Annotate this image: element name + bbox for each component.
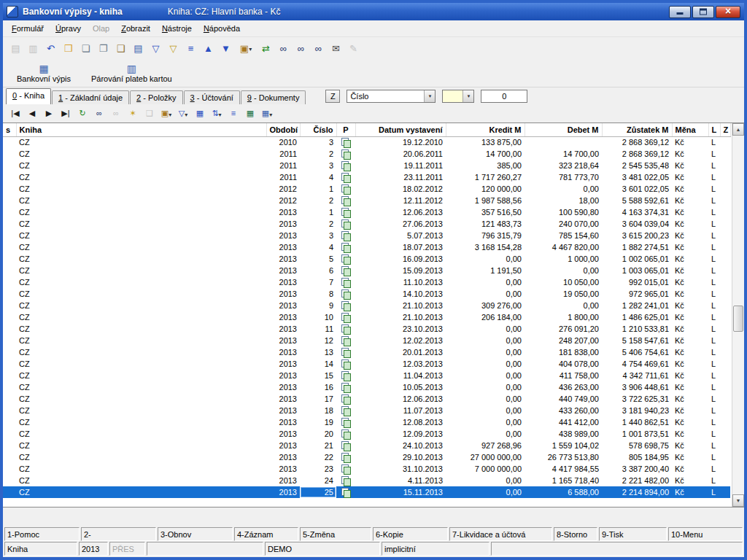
cell-s[interactable] [3,463,16,475]
cell-s[interactable] [3,405,16,416]
prev-record-button[interactable]: ◀ [24,106,40,121]
cell-l[interactable]: L [708,463,720,475]
cell-z[interactable] [720,253,730,265]
cell-p[interactable] [336,265,355,276]
tab-uctovani[interactable]: 3 - Účtování [184,90,240,104]
cell-debet[interactable]: 18,00 [525,195,602,206]
cell-kniha[interactable]: CZ [16,241,266,253]
cell-z[interactable] [720,230,730,241]
cell-kniha[interactable]: CZ [16,451,266,463]
cell-kredit[interactable]: 206 184,00 [446,311,525,323]
cell-mena[interactable]: Kč [672,218,708,230]
cell-cislo[interactable]: 18 [300,405,336,416]
cell-kniha[interactable]: CZ [16,475,266,486]
column-header-l[interactable]: L [708,123,720,136]
copy-button[interactable]: ❐ [95,40,112,56]
cell-datum[interactable]: 12.08.2013 [355,416,446,428]
cell-l[interactable]: L [708,370,720,381]
cell-s[interactable] [3,265,16,276]
cell-l[interactable]: L [708,440,720,451]
cell-l[interactable]: L [708,393,720,405]
cell-mena[interactable]: Kč [672,451,708,463]
cell-cislo[interactable]: 23 [300,463,336,475]
cell-debet[interactable]: 0,00 [525,183,602,195]
cell-cislo[interactable]: 2 [300,195,336,206]
cell-kniha[interactable]: CZ [16,183,266,195]
cell-kredit[interactable]: 0,00 [446,405,525,416]
cell-debet[interactable]: 6 588,00 [525,486,602,498]
cell-p[interactable] [336,405,355,416]
cell-debet[interactable]: 181 838,00 [525,346,602,358]
cell-datum[interactable]: 12.11.2012 [355,195,446,206]
cell-z[interactable] [720,370,730,381]
cell-mena[interactable]: Kč [672,148,708,160]
cell-zustatek[interactable]: 2 221 482,00 [602,475,672,486]
cell-kniha[interactable]: CZ [16,370,266,381]
cell-s[interactable] [3,416,16,428]
cell-mena[interactable]: Kč [672,183,708,195]
tab-kniha[interactable]: 0 - Kniha [6,88,51,104]
cell-mena[interactable]: Kč [672,311,708,323]
cell-debet[interactable]: 100 590,80 [525,206,602,218]
cell-p[interactable] [336,230,355,241]
cell-obdobi[interactable]: 2013 [266,440,300,451]
new-document-button[interactable]: ❏ [77,40,94,56]
find-button[interactable]: ∞ [275,40,292,56]
cell-zustatek[interactable]: 2 868 369,12 [602,136,672,148]
cell-cislo[interactable]: 8 [300,288,336,300]
table-row[interactable]: CZ2013516.09.20130,001 000,001 002 065,0… [3,253,730,265]
cell-p[interactable] [336,393,355,405]
cell-p[interactable] [336,300,355,311]
table-row[interactable]: CZ20131610.05.20130,00436 263,003 906 44… [3,381,730,393]
cell-s[interactable] [3,393,16,405]
cell-cislo[interactable]: 13 [300,346,336,358]
cell-datum[interactable]: 14.10.2013 [355,288,446,300]
cell-mena[interactable]: Kč [672,346,708,358]
cell-debet[interactable]: 240 070,00 [525,218,602,230]
cell-cislo[interactable]: 4 [300,171,336,183]
cell-p[interactable] [336,311,355,323]
table-row[interactable]: CZ2013112.06.2013357 516,50100 590,804 1… [3,206,730,218]
cell-obdobi[interactable]: 2013 [266,300,300,311]
cell-datum[interactable]: 29.10.2013 [355,451,446,463]
cell-z[interactable] [720,405,730,416]
cell-l[interactable]: L [708,288,720,300]
cell-cislo[interactable]: 22 [300,451,336,463]
cell-kniha[interactable]: CZ [16,148,266,160]
cell-kredit[interactable]: 0,00 [446,416,525,428]
cell-z[interactable] [720,451,730,463]
cell-s[interactable] [3,370,16,381]
fkey-3-obnov[interactable]: 3-Obnov [158,527,233,541]
cell-kredit[interactable]: 357 516,50 [446,206,525,218]
cell-l[interactable]: L [708,253,720,265]
cell-kniha[interactable]: CZ [16,416,266,428]
title-bar[interactable]: Bankovní výpisy - kniha Kniha: CZ: Hlavn… [3,3,744,20]
cell-p[interactable] [336,276,355,288]
cell-cislo[interactable]: 1 [300,206,336,218]
cell-zustatek[interactable]: 992 015,01 [602,276,672,288]
cell-z[interactable] [720,428,730,440]
cell-z[interactable] [720,241,730,253]
table-row[interactable]: CZ2012118.02.2012120 000,000,003 601 022… [3,183,730,195]
card-payment-matching-button[interactable]: ▥Párování plateb kartou [83,60,180,86]
cell-s[interactable] [3,311,16,323]
cell-l[interactable]: L [708,218,720,230]
cell-cislo[interactable]: 5 [300,253,336,265]
cell-cislo[interactable]: 10 [300,311,336,323]
cell-datum[interactable]: 18.02.2012 [355,183,446,195]
cell-kredit[interactable]: 0,00 [446,428,525,440]
column-header-kredit[interactable]: Kredit M [446,123,525,136]
cell-obdobi[interactable]: 2013 [266,323,300,335]
table-row[interactable]: CZ20131123.10.20130,00276 091,201 210 53… [3,323,730,335]
reports-button[interactable]: ≡ [182,40,199,56]
cell-obdobi[interactable]: 2013 [266,253,300,265]
cell-p[interactable] [336,463,355,475]
cell-l[interactable]: L [708,241,720,253]
cell-z[interactable] [720,416,730,428]
cell-mena[interactable]: Kč [672,195,708,206]
column-header-p[interactable]: P [336,123,355,136]
cell-mena[interactable]: Kč [672,428,708,440]
cell-kredit[interactable]: 0,00 [446,346,525,358]
cell-cislo[interactable]: 21 [300,440,336,451]
table-row[interactable]: CZ20131712.06.20130,00440 749,003 722 62… [3,393,730,405]
